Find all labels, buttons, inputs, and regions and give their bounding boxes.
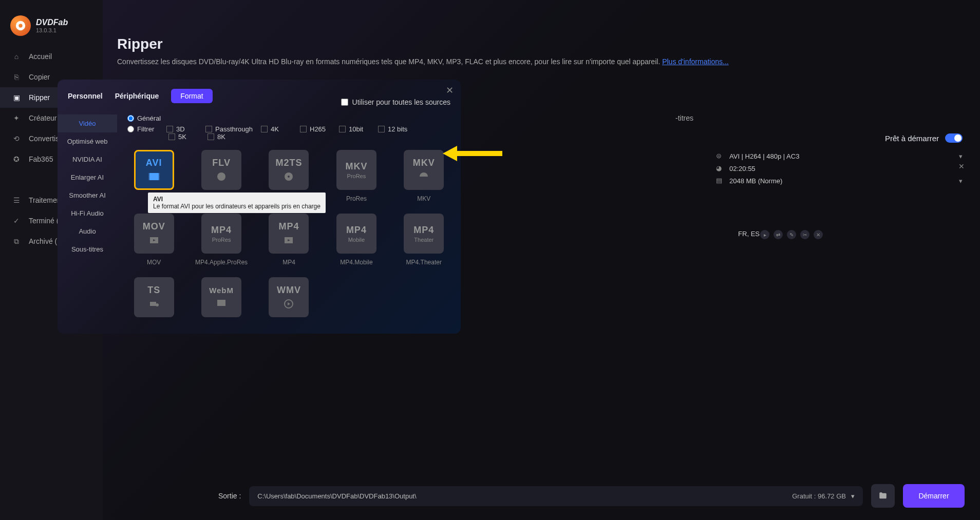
size-row[interactable]: ▤ 2048 MB (Norme) ▾ <box>716 177 963 185</box>
svg-point-3 <box>217 172 225 181</box>
sidebar-item-home[interactable]: ⌂Accueil <box>0 46 103 67</box>
category-nvidia-ai[interactable]: NVIDIA AI <box>58 150 117 168</box>
filter-h265[interactable]: H265 <box>300 125 331 133</box>
camera-icon <box>146 298 162 310</box>
film-play-icon <box>280 234 297 246</box>
svg-rect-0 <box>149 173 159 180</box>
home-icon: ⌂ <box>12 52 21 61</box>
archive-icon: ⧉ <box>12 237 21 245</box>
radio-general[interactable]: Général <box>127 114 161 122</box>
logo: DVDFab 13.0.3.1 <box>0 10 103 46</box>
page-description: Convertissez les disques DVD/Blu-ray/4K … <box>117 57 729 66</box>
remove-task-icon[interactable]: ✕ <box>958 162 965 170</box>
film-icon <box>213 297 230 309</box>
app-name: DVDFab <box>36 18 68 27</box>
filter-4k[interactable]: 4K <box>261 125 292 133</box>
disk-icon: ▤ <box>716 177 724 185</box>
svg-rect-1 <box>148 173 149 180</box>
svg-point-5 <box>288 176 290 178</box>
play-icon[interactable]: ▸ <box>760 230 769 239</box>
format-mkv-prores[interactable]: MKVProRes ProRes <box>330 150 383 202</box>
cut-icon[interactable]: ✂ <box>800 230 809 239</box>
svg-rect-2 <box>159 173 160 180</box>
filter-10bit[interactable]: 10bit <box>339 125 370 133</box>
ready-toggle[interactable] <box>945 133 963 143</box>
format-mp4-prores[interactable]: MP4ProRes MP4.Apple.ProRes <box>195 214 248 266</box>
category-audio[interactable]: Audio <box>58 222 117 240</box>
copy-icon: ⎘ <box>12 73 21 81</box>
popup-close-icon[interactable]: ✕ <box>446 85 454 96</box>
format-area: Général Filtrer 3D Passthrough 4K H265 1… <box>117 110 461 334</box>
filter-passthrough[interactable]: Passthrough <box>205 125 253 133</box>
chevron-down-icon[interactable]: ▾ <box>959 152 963 160</box>
filter-8k[interactable]: 8K <box>208 133 238 141</box>
browse-folder-button[interactable] <box>871 484 895 508</box>
done-icon: ✓ <box>12 217 21 225</box>
tab-format[interactable]: Format <box>171 89 212 103</box>
tab-personal[interactable]: Personnel <box>68 92 103 100</box>
radio-filter[interactable]: Filtrer <box>127 125 158 133</box>
category-smoother-ai[interactable]: Smoother AI <box>58 186 117 204</box>
format-mp4-mobile[interactable]: MP4Mobile MP4.Mobile <box>330 214 383 266</box>
film-icon <box>146 170 162 183</box>
page-title: Ripper <box>117 36 163 52</box>
category-hifi-audio[interactable]: Hi-Fi Audio <box>58 204 117 222</box>
format-mp4-theater[interactable]: MP4Theater MP4.Theater <box>398 214 450 266</box>
format-tooltip: AVI Le format AVI pour les ordinateurs e… <box>148 192 326 213</box>
svg-rect-10 <box>217 300 225 306</box>
filter-5k[interactable]: 5K <box>168 133 199 141</box>
category-subtitles[interactable]: Sous-titres <box>58 240 117 258</box>
duration-row: ◕ 02:20:55 <box>716 164 963 172</box>
free-space: Gratuit : 96.72 GB <box>792 492 846 500</box>
creator-icon: ✦ <box>12 114 21 122</box>
arrow-annotation-icon <box>442 144 503 163</box>
flash-icon <box>213 170 230 183</box>
fab365-icon: ✪ <box>12 155 21 163</box>
chevron-down-icon[interactable]: ▾ <box>851 492 855 500</box>
category-video[interactable]: Vidéo <box>58 114 117 132</box>
category-web[interactable]: Optimisé web <box>58 132 117 150</box>
tab-device[interactable]: Périphérique <box>115 92 159 100</box>
film-play-icon <box>146 234 162 246</box>
format-mp4[interactable]: MP4 MP4 <box>262 214 315 266</box>
format-popup: ✕ Personnel Périphérique Format Utiliser… <box>58 80 461 334</box>
svg-point-9 <box>156 303 159 306</box>
convert-icon: ⟲ <box>12 134 21 143</box>
format-webm[interactable]: WebM <box>195 277 248 317</box>
more-info-link[interactable]: Plus d'informations... <box>662 57 729 66</box>
swap-icon[interactable]: ⇄ <box>774 230 783 239</box>
category-list: Vidéo Optimisé web NVIDIA AI Enlarger AI… <box>58 110 117 334</box>
processing-icon: ☰ <box>12 196 21 204</box>
edit-icon[interactable]: ✎ <box>787 230 796 239</box>
mkv-icon <box>416 170 432 183</box>
format-ts[interactable]: TS <box>127 277 180 317</box>
folder-icon <box>878 491 888 500</box>
action-icons: ▸ ⇄ ✎ ✂ ✕ <box>760 230 823 239</box>
svg-rect-8 <box>150 302 156 306</box>
chevron-down-icon[interactable]: ▾ <box>959 177 963 185</box>
codec-row[interactable]: ⊜ AVI | H264 | 480p | AC3 ▾ <box>716 152 963 160</box>
clock-icon: ◕ <box>716 164 724 172</box>
format-grid: AVI FLV FLV M2TS M2TS MKVProRes ProRes M… <box>127 150 450 317</box>
reel-icon <box>280 170 297 183</box>
filter-3d[interactable]: 3D <box>166 125 197 133</box>
use-all-sources-checkbox[interactable]: Utiliser pour toutes les sources <box>341 98 450 106</box>
play-circle-icon <box>280 298 297 310</box>
format-wmv[interactable]: WMV <box>262 277 315 317</box>
app-version: 13.0.3.1 <box>36 27 68 33</box>
ready-label: Prêt à démarrer <box>885 134 939 143</box>
subtitles-text-fragment: -titres <box>675 114 693 122</box>
ripper-icon: ▣ <box>12 93 21 102</box>
filter-12bits[interactable]: 12 bits <box>378 125 409 133</box>
clear-icon[interactable]: ✕ <box>814 230 823 239</box>
output-path-field[interactable]: C:\Users\fab\Documents\DVDFab\DVDFab13\O… <box>249 486 863 506</box>
output-label: Sortie : <box>218 492 241 500</box>
category-enlarger-ai[interactable]: Enlarger AI <box>58 168 117 186</box>
start-button[interactable]: Démarrer <box>903 484 965 508</box>
task-info-panel: Prêt à démarrer ⊜ AVI | H264 | 480p | AC… <box>716 133 963 189</box>
app-logo-icon <box>10 15 31 36</box>
bottom-bar: Sortie : C:\Users\fab\Documents\DVDFab\D… <box>218 484 965 508</box>
codec-icon: ⊜ <box>716 152 724 160</box>
format-mov[interactable]: MOV MOV <box>127 214 180 266</box>
